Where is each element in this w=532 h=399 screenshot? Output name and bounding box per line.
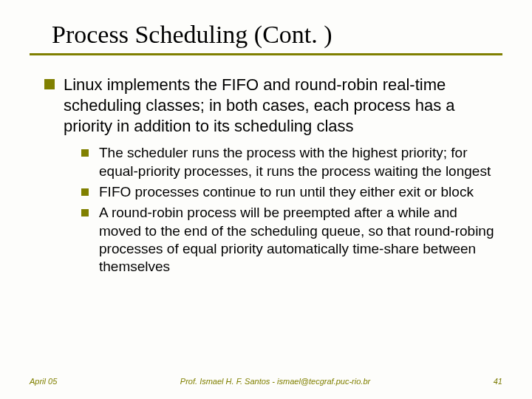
footer-date: April 05 bbox=[30, 377, 57, 386]
square-bullet-icon bbox=[81, 209, 89, 216]
footer-page-number: 41 bbox=[494, 377, 502, 386]
square-bullet-icon bbox=[44, 79, 55, 89]
bullet-text: FIFO processes continue to run until the… bbox=[99, 183, 474, 201]
content-area: Linux implements the FIFO and round-robi… bbox=[30, 75, 502, 276]
bullet-level2: FIFO processes continue to run until the… bbox=[81, 183, 495, 201]
bullet-text: The scheduler runs the process with the … bbox=[99, 144, 495, 180]
footer: April 05 Prof. Ismael H. F. Santos - ism… bbox=[0, 377, 532, 386]
square-bullet-icon bbox=[81, 188, 89, 196]
bullet-level2: The scheduler runs the process with the … bbox=[81, 144, 495, 180]
bullet-level2: A round-robin process will be preempted … bbox=[81, 204, 495, 276]
bullet-level1: Linux implements the FIFO and round-robi… bbox=[44, 75, 495, 137]
square-bullet-icon bbox=[81, 149, 89, 157]
bullet-text: Linux implements the FIFO and round-robi… bbox=[64, 75, 495, 137]
sub-bullet-list: The scheduler runs the process with the … bbox=[81, 144, 495, 276]
footer-author: Prof. Ismael H. F. Santos - ismael@tecgr… bbox=[57, 377, 493, 386]
slide-title: Process Scheduling (Cont. ) bbox=[52, 21, 502, 49]
bullet-text: A round-robin process will be preempted … bbox=[99, 204, 495, 276]
title-underline bbox=[30, 53, 502, 55]
